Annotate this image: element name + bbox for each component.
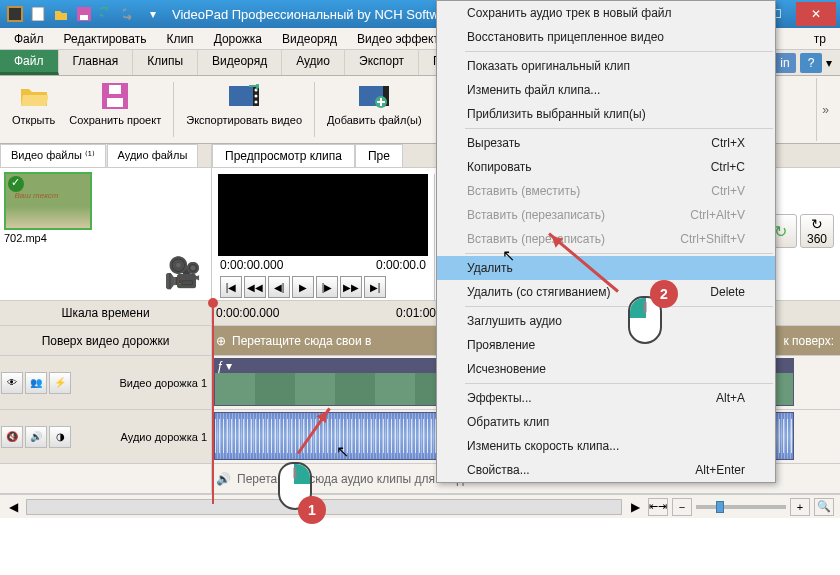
scroll-right-icon[interactable]: ▶	[628, 500, 642, 514]
preview-tab-clip[interactable]: Предпросмотр клипа	[212, 144, 355, 167]
context-item-10: Вставить (перезаписать)Ctrl+Alt+V	[437, 203, 775, 227]
menu-edit[interactable]: Редактировать	[54, 30, 157, 47]
badge-2: 2	[650, 280, 678, 308]
qat-open-icon[interactable]	[50, 3, 72, 25]
zoom-slider-knob[interactable]	[716, 501, 724, 513]
context-item-label: Проявление	[467, 338, 535, 352]
ribbon-add-file[interactable]: Добавить файл(ы)	[321, 78, 428, 141]
qat-new-icon[interactable]	[27, 3, 49, 25]
ribbon-open[interactable]: Открыть	[6, 78, 61, 141]
zoom-in-icon[interactable]: +	[790, 498, 810, 516]
menu-clip[interactable]: Клип	[156, 30, 203, 47]
menu-cutoff[interactable]: тр	[804, 30, 836, 47]
context-item-0[interactable]: Сохранить аудио трек в новый файл	[437, 1, 775, 25]
qat-redo-icon[interactable]	[119, 3, 141, 25]
media-bin-panel: Видео файлы ⁽¹⁾ Аудио файлы Ваш текст 70…	[0, 144, 212, 300]
preview-tab-seq[interactable]: Пре	[355, 144, 403, 167]
tab-home[interactable]: Главная	[59, 50, 134, 75]
help-icon[interactable]: ?	[800, 53, 822, 73]
context-item-label: Обратить клип	[467, 415, 549, 429]
context-item-21[interactable]: Обратить клип	[437, 410, 775, 434]
zoom-out-icon[interactable]: −	[672, 498, 692, 516]
menu-sequence[interactable]: Видеоряд	[272, 30, 347, 47]
clip-chevron-icon[interactable]: ▾	[226, 359, 232, 373]
transport-forward-icon[interactable]: ▶▶	[340, 276, 362, 298]
scroll-left-icon[interactable]: ◀	[6, 500, 20, 514]
bin-tabs: Видео файлы ⁽¹⁾ Аудио файлы	[0, 144, 211, 168]
context-item-3[interactable]: Показать оригинальный клип	[437, 54, 775, 78]
transport-rewind-icon[interactable]: ◀◀	[244, 276, 266, 298]
menu-file[interactable]: Файл	[4, 30, 54, 47]
qat-undo-icon[interactable]	[96, 3, 118, 25]
context-item-label: Заглушить аудио	[467, 314, 562, 328]
close-button[interactable]: ✕	[796, 2, 836, 26]
ribbon-save-label: Сохранить проект	[69, 114, 161, 126]
op-360-icon[interactable]: ↻360	[800, 214, 834, 248]
context-item-5[interactable]: Приблизить выбранный клип(ы)	[437, 102, 775, 126]
track-mute-icon[interactable]: 🔇	[1, 426, 23, 448]
camera-icon: 🎥	[164, 255, 201, 290]
transport-next-frame-icon[interactable]: |▶	[316, 276, 338, 298]
track-speaker-icon[interactable]: 🔊	[25, 426, 47, 448]
menu-track[interactable]: Дорожка	[204, 30, 272, 47]
tab-export[interactable]: Экспорт	[345, 50, 419, 75]
zoom-search-icon[interactable]: 🔍	[814, 498, 834, 516]
context-item-22[interactable]: Изменить скорость клипа...	[437, 434, 775, 458]
clip-fx-icon[interactable]: ƒ	[217, 359, 224, 373]
help-area: in ? ▾	[766, 50, 840, 75]
ribbon-save[interactable]: Сохранить проект	[63, 78, 167, 141]
context-item-1[interactable]: Восстановить прицепленное видео	[437, 25, 775, 49]
zoom-slider[interactable]	[696, 505, 786, 509]
track-people-icon[interactable]: 👥	[25, 372, 47, 394]
transport-play-icon[interactable]: ▶	[292, 276, 314, 298]
track-fx-icon[interactable]: ⚡	[49, 372, 71, 394]
context-item-7[interactable]: ВырезатьCtrl+X	[437, 131, 775, 155]
track-solo-icon[interactable]: ◑	[49, 426, 71, 448]
save-icon	[99, 80, 131, 112]
ribbon-export[interactable]: Экспортировать видео	[180, 78, 308, 141]
playhead[interactable]	[212, 304, 214, 504]
context-item-20[interactable]: Эффекты...Alt+A	[437, 386, 775, 410]
add-file-icon	[358, 80, 390, 112]
overlay-hint-text: Перетащите сюда свои в	[232, 334, 371, 348]
app-icon[interactable]	[4, 3, 26, 25]
linkedin-icon[interactable]: in	[774, 53, 796, 73]
context-item-shortcut: Ctrl+C	[711, 160, 745, 174]
transport-prev-frame-icon[interactable]: ◀|	[268, 276, 290, 298]
zoom-fit-icon[interactable]: ⇤⇥	[648, 498, 668, 516]
zoom-controls: ⇤⇥ − + 🔍	[648, 498, 834, 516]
track-visibility-icon[interactable]: 👁	[1, 372, 23, 394]
ribbon-overflow-icon[interactable]: »	[816, 78, 834, 141]
context-item-13[interactable]: Удалить	[437, 256, 775, 280]
context-item-label: Восстановить прицепленное видео	[467, 30, 664, 44]
context-item-8[interactable]: КопироватьCtrl+C	[437, 155, 775, 179]
context-item-shortcut: Ctrl+Alt+V	[690, 208, 745, 222]
media-clip-item[interactable]: Ваш текст 702.mp4	[4, 172, 94, 244]
tab-clips[interactable]: Клипы	[133, 50, 198, 75]
context-item-23[interactable]: Свойства...Alt+Enter	[437, 458, 775, 482]
tab-file[interactable]: Файл	[0, 50, 59, 75]
audio-track-label: Аудио дорожка 1	[121, 431, 211, 443]
video-screen[interactable]	[218, 174, 428, 256]
context-item-18[interactable]: Исчезновение	[437, 357, 775, 381]
context-item-label: Приблизить выбранный клип(ы)	[467, 107, 646, 121]
video-track-label: Видео дорожка 1	[119, 377, 211, 389]
bin-tab-video[interactable]: Видео файлы ⁽¹⁾	[0, 144, 106, 167]
timeline-scale-label: Шкала времени	[0, 302, 212, 324]
timecode-start: 0:00:00.000	[220, 258, 283, 272]
overlay-track-label: Поверх видео дорожки	[42, 334, 170, 348]
tab-audio[interactable]: Аудио	[282, 50, 345, 75]
badge-1: 1	[298, 496, 326, 524]
qat-dropdown-icon[interactable]: ▾	[142, 3, 164, 25]
context-item-label: Эффекты...	[467, 391, 532, 405]
context-item-4[interactable]: Изменить файл клипа...	[437, 78, 775, 102]
help-dropdown-icon[interactable]: ▾	[826, 56, 832, 70]
transport-end-icon[interactable]: ▶|	[364, 276, 386, 298]
context-item-16[interactable]: Заглушить аудио	[437, 309, 775, 333]
qat-save-icon[interactable]	[73, 3, 95, 25]
transport-start-icon[interactable]: |◀	[220, 276, 242, 298]
context-item-17[interactable]: Проявление	[437, 333, 775, 357]
tab-sequence[interactable]: Видеоряд	[198, 50, 282, 75]
context-item-label: Изменить скорость клипа...	[467, 439, 619, 453]
bin-tab-audio[interactable]: Аудио файлы	[107, 144, 199, 167]
